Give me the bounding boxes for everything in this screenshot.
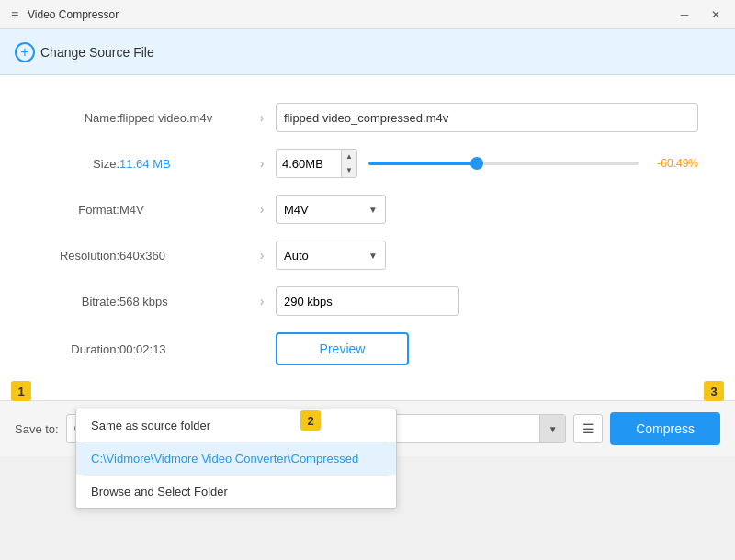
folder-icon: ☰ <box>582 421 594 436</box>
name-arrow-icon: › <box>248 110 276 125</box>
badge-3: 3 <box>704 381 724 401</box>
size-arrow-icon: › <box>248 156 276 171</box>
name-input[interactable] <box>276 103 698 132</box>
resolution-select-value: Auto <box>284 249 365 263</box>
save-path-dropdown-button[interactable]: ▼ <box>539 415 565 442</box>
dropdown-item-browse-label: Browse and Select Folder <box>91 485 228 498</box>
header-bar: + Change Source File <box>0 29 735 75</box>
size-slider-track[interactable] <box>368 162 639 165</box>
size-spinner: ▲ ▼ <box>341 150 356 177</box>
format-arrow-icon: › <box>248 202 276 217</box>
app-title: Video Compressor <box>28 8 673 21</box>
preview-button[interactable]: Preview <box>276 332 409 365</box>
size-source-value: 11.64 MB <box>119 157 248 171</box>
dropdown-item-compressed[interactable]: C:\Vidmore\Vidmore Video Converter\Compr… <box>76 442 396 475</box>
duration-row: Duration: 00:02:13 Preview <box>37 332 698 365</box>
format-source-value: M4V <box>119 203 248 217</box>
size-percent: -60.49% <box>648 157 698 170</box>
resolution-row: Resolution: 640x360 › Auto ▼ <box>37 241 698 270</box>
resolution-dropdown-arrow-icon: ▼ <box>368 251 378 261</box>
badge-1: 1 <box>11 381 31 401</box>
main-content: Name: flipped video.m4v › Size: 11.64 MB… <box>0 75 735 400</box>
close-button[interactable]: ✕ <box>704 6 728 24</box>
app-icon: ≡ <box>7 7 22 22</box>
badge-2: 2 <box>300 410 321 431</box>
dropdown-item-same-source[interactable]: Same as source folder <box>76 409 396 442</box>
size-slider-thumb[interactable] <box>470 157 483 170</box>
bitrate-source-value: 568 kbps <box>119 295 248 308</box>
format-row: Format: M4V › M4V ▼ <box>37 195 698 224</box>
plus-circle-icon: + <box>15 42 35 62</box>
size-down-button[interactable]: ▼ <box>342 163 356 177</box>
dropdown-item-compressed-label: C:\Vidmore\Vidmore Video Converter\Compr… <box>91 452 358 465</box>
bitrate-arrow-icon: › <box>248 294 276 308</box>
resolution-arrow-icon: › <box>248 248 276 263</box>
size-row: Size: 11.64 MB › ▲ ▼ -60.49% <box>37 149 698 178</box>
size-input-wrapper: ▲ ▼ <box>276 149 357 178</box>
bitrate-label: Bitrate: <box>37 295 119 308</box>
size-controls: ▲ ▼ -60.49% <box>276 149 698 178</box>
change-source-button[interactable]: + Change Source File <box>15 42 154 62</box>
size-input[interactable] <box>277 150 341 177</box>
duration-value: 00:02:13 <box>119 342 248 356</box>
bitrate-input[interactable] <box>276 286 459 316</box>
name-source-value: flipped video.m4v <box>119 111 248 125</box>
folder-icon-button[interactable]: ☰ <box>573 414 603 443</box>
duration-label: Duration: <box>37 342 119 356</box>
size-up-button[interactable]: ▲ <box>342 150 356 163</box>
size-label: Size: <box>37 157 119 171</box>
preview-label: Preview <box>320 342 366 356</box>
window-controls: ─ ✕ <box>673 6 728 24</box>
title-bar: ≡ Video Compressor ─ ✕ <box>0 0 735 29</box>
bitrate-row: Bitrate: 568 kbps › <box>37 286 698 316</box>
format-dropdown-arrow-icon: ▼ <box>368 205 378 215</box>
dropdown-item-browse[interactable]: Browse and Select Folder <box>76 476 396 508</box>
name-label: Name: <box>37 111 119 125</box>
resolution-label: Resolution: <box>37 249 119 263</box>
format-label: Format: <box>37 203 119 217</box>
minimize-button[interactable]: ─ <box>673 6 696 24</box>
size-slider-wrapper: -60.49% <box>368 157 698 170</box>
save-path-dropdown-menu: Same as source folder C:\Vidmore\Vidmore… <box>75 409 397 509</box>
size-slider-fill <box>368 162 477 165</box>
format-select-value: M4V <box>284 203 365 217</box>
resolution-source-value: 640x360 <box>119 249 248 263</box>
compress-button[interactable]: Compress <box>610 412 720 445</box>
name-row: Name: flipped video.m4v › <box>37 103 698 132</box>
dropdown-item-same-source-label: Same as source folder <box>91 419 210 432</box>
save-to-label: Save to: <box>15 422 59 436</box>
format-select[interactable]: M4V ▼ <box>276 195 386 224</box>
change-source-label: Change Source File <box>40 45 154 60</box>
resolution-select[interactable]: Auto ▼ <box>276 241 386 270</box>
